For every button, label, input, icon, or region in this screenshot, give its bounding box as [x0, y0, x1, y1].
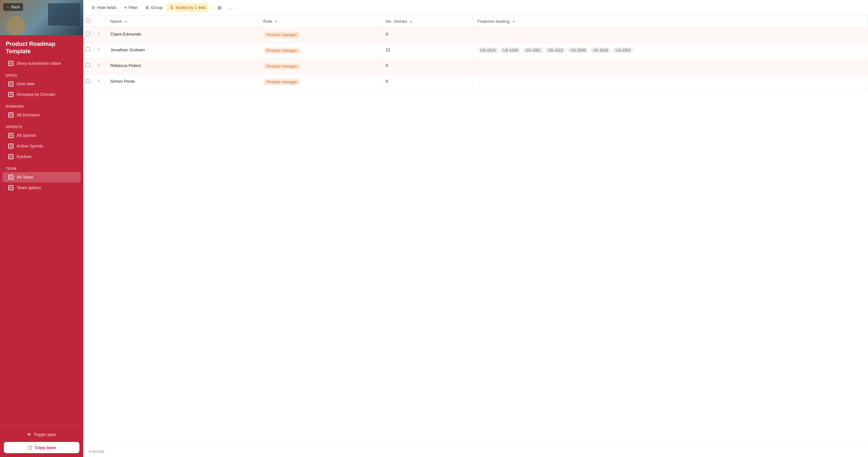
- grid-icon-team-gallery: [8, 185, 13, 190]
- sidebar-item-label-grouped-by-domain: Grouped by Domain: [17, 92, 55, 97]
- feature-tags: US-1015US-1016US-1001US-1012US-1009US-10…: [477, 48, 864, 53]
- row-role-cell: Product manager: [259, 74, 381, 90]
- sidebar-item-all-sprints[interactable]: All Sprints: [3, 131, 81, 141]
- row-checkbox[interactable]: [86, 48, 90, 52]
- row-features-cell: [473, 27, 868, 43]
- toolbar: ⊘ Hide fields ≡ Filter ⊞ Group ⇅ Sorted …: [83, 0, 868, 16]
- grid-icon-all-sprints: [8, 133, 13, 138]
- sort-button[interactable]: ⇅ Sorted by 1 field: [167, 3, 209, 12]
- record-count: 4 records: [88, 449, 104, 454]
- row-checkbox[interactable]: [86, 79, 90, 83]
- sidebar-section-label: Sprints: [0, 120, 83, 130]
- header-features[interactable]: Features leading ▼: [473, 16, 868, 27]
- role-badge: Product manager: [263, 32, 301, 38]
- sidebar-item-label-all-team: All Team: [17, 175, 33, 179]
- hide-fields-button[interactable]: ⊘ Hide fields: [88, 3, 120, 12]
- sidebar-item-label-all-sprints: All Sprints: [17, 133, 36, 138]
- table-row: 3 Rebecca Peters Product manager 0: [83, 59, 868, 74]
- sidebar-item-team-gallery[interactable]: Team gallery: [3, 183, 81, 193]
- table-footer: 4 records: [83, 446, 868, 457]
- feature-tag: US-1019: [590, 48, 611, 53]
- header-stories[interactable]: No. Stories ▼: [381, 16, 473, 27]
- feature-tag: US-1001: [522, 48, 543, 53]
- role-badge: Product manager: [263, 79, 301, 85]
- sidebar-item-label-all-domains: All Domains: [17, 113, 40, 117]
- row-checkbox-cell[interactable]: [83, 59, 93, 74]
- sidebar-item-label-active-sprints: Active Sprints: [17, 144, 43, 148]
- group-label: Group: [151, 5, 162, 10]
- header-rownum: [93, 16, 106, 27]
- sidebar-item-all-team[interactable]: All Team: [3, 172, 81, 182]
- features-col-arrow: ▼: [512, 20, 515, 23]
- toolbar-view-button[interactable]: ▤: [214, 3, 224, 12]
- header-checkbox[interactable]: [83, 16, 93, 27]
- copy-base-button[interactable]: 📋 Copy base: [4, 442, 80, 453]
- row-name-cell: Rebecca Peters: [106, 59, 259, 74]
- grid-icon-story-inbox: [8, 61, 13, 66]
- sidebar-item-icon-kanban: [8, 154, 13, 159]
- grid-icon-all-team: [8, 175, 13, 180]
- stories-col-arrow: ▼: [410, 20, 413, 23]
- filter-button[interactable]: ≡ Filter: [121, 3, 141, 12]
- toggle-apps-button[interactable]: ❖ Toggle apps: [4, 429, 80, 439]
- filter-icon: ≡: [124, 5, 127, 10]
- row-num-cell: 1: [93, 27, 106, 43]
- sidebar-header-image: ← Back: [0, 0, 83, 35]
- row-checkbox-cell[interactable]: [83, 74, 93, 90]
- sidebar-item-active-sprints[interactable]: Active Sprints: [3, 141, 81, 151]
- row-role-cell: Product manager: [259, 59, 381, 74]
- grid-icon-grouped-by-domain: [8, 92, 13, 97]
- row-checkbox-cell[interactable]: [83, 43, 93, 59]
- row-num-cell: 3: [93, 59, 106, 74]
- group-button[interactable]: ⊞ Group: [142, 3, 165, 12]
- role-badge: Product manager: [263, 48, 301, 54]
- group-icon: ⊞: [146, 5, 149, 10]
- row-num-cell: 4: [93, 74, 106, 90]
- row-role-cell: Product manager: [259, 43, 381, 59]
- select-all-checkbox[interactable]: [86, 19, 90, 23]
- row-features-cell: [473, 59, 868, 74]
- role-col-arrow: ▼: [275, 20, 278, 23]
- sidebar-item-label-team-gallery: Team gallery: [17, 185, 41, 190]
- toolbar-more-button[interactable]: ...: [226, 3, 236, 12]
- sidebar-item-label-grid-view: Grid view: [17, 81, 35, 86]
- sidebar-bottom: ❖ Toggle apps 📋 Copy base: [0, 425, 83, 457]
- main-table: Name ▼ Role ▼ No. Stories ▼ Features lea…: [83, 16, 868, 90]
- sidebar-item-icon-grouped-by-domain: [8, 92, 13, 97]
- row-stories-cell: 0: [381, 59, 473, 74]
- back-button[interactable]: ← Back: [3, 3, 23, 11]
- sidebar-item-kanban[interactable]: Kanban: [3, 151, 81, 162]
- header-role[interactable]: Role ▼: [259, 16, 381, 27]
- sidebar-item-story-inbox[interactable]: Story submission inbox: [3, 58, 81, 68]
- table-header: Name ▼ Role ▼ No. Stories ▼ Features lea…: [83, 16, 868, 27]
- grid-icon-all-domains: [8, 113, 13, 118]
- row-checkbox[interactable]: [86, 63, 90, 67]
- sidebar-item-grid-view[interactable]: Grid view: [3, 79, 81, 89]
- sidebar: ← Back Product Roadmap Template Story su…: [0, 0, 83, 457]
- feature-tag: US-1012: [545, 48, 566, 53]
- sort-label: Sorted by 1 field: [176, 5, 206, 10]
- feature-tag: US-1016: [500, 48, 521, 53]
- row-checkbox[interactable]: [86, 32, 90, 36]
- row-name-cell: Simon Poole: [106, 74, 259, 90]
- toolbar-separator: [211, 4, 212, 11]
- sidebar-section-label: Epics: [0, 69, 83, 79]
- sidebar-item-icon-team-gallery: [8, 185, 13, 190]
- header-name[interactable]: Name ▼: [106, 16, 259, 27]
- feature-tag: US-1002: [613, 48, 633, 53]
- sidebar-item-icon-active-sprints: [8, 144, 13, 149]
- sidebar-item-icon-all-domains: [8, 113, 13, 118]
- sidebar-section-label: Team: [0, 162, 83, 172]
- sidebar-section-label: Domains: [0, 100, 83, 110]
- row-num-cell: 2: [93, 43, 106, 59]
- table-body: 1 Claire Edmunds Product manager 0 2 Jon…: [83, 27, 868, 90]
- name-col-arrow: ▼: [124, 20, 127, 23]
- sidebar-item-all-domains[interactable]: All Domains: [3, 110, 81, 120]
- sidebar-item-icon-all-sprints: [8, 133, 13, 138]
- more-icon: ...: [229, 5, 232, 10]
- sidebar-item-label-story-inbox: Story submission inbox: [17, 61, 61, 66]
- sidebar-item-label-kanban: Kanban: [17, 154, 32, 159]
- row-features-cell: [473, 74, 868, 90]
- sidebar-item-grouped-by-domain[interactable]: Grouped by Domain: [3, 89, 81, 100]
- row-checkbox-cell[interactable]: [83, 27, 93, 43]
